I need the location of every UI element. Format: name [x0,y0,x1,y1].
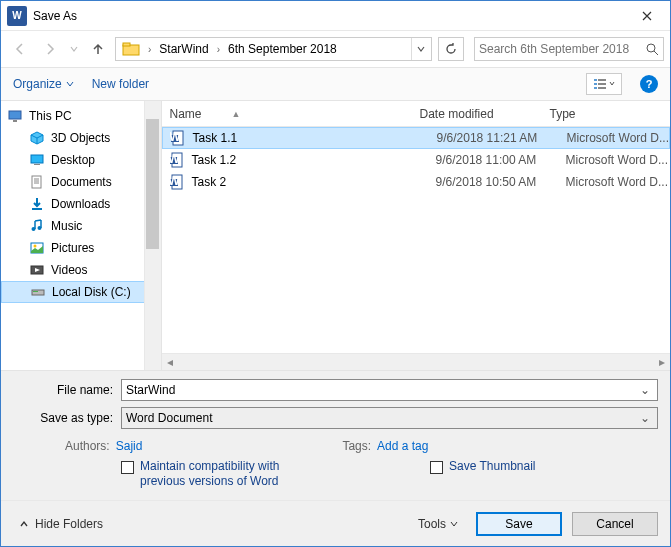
forward-button[interactable] [37,36,63,62]
checkbox-icon[interactable] [121,461,134,474]
filename-input-wrapper[interactable]: ⌄ [121,379,658,401]
tree-item-3d-objects[interactable]: 3D Objects [1,127,161,149]
tree-item-desktop[interactable]: Desktop [1,149,161,171]
save-type-combo[interactable]: Word Document ⌄ [121,407,658,429]
search-box[interactable] [474,37,664,61]
window-title: Save As [33,9,77,23]
breadcrumb-bar[interactable]: › StarWind › 6th September 2018 [115,37,432,61]
downloads-icon [29,196,45,212]
svg-point-16 [38,226,42,230]
tree-item-music[interactable]: Music [1,215,161,237]
folder-tree: This PC 3D Objects Desktop Documents Dow… [1,101,162,370]
search-input[interactable] [479,42,646,56]
breadcrumb-item[interactable]: StarWind [155,40,212,58]
filename-dropdown[interactable]: ⌄ [637,383,653,397]
file-type: Microsoft Word D... [566,153,670,167]
hide-folders-label: Hide Folders [35,517,103,531]
tree-label: This PC [29,109,72,123]
main-area: This PC 3D Objects Desktop Documents Dow… [1,101,670,370]
word-doc-icon: W [168,173,186,191]
cube-icon [29,130,45,146]
filename-input[interactable] [126,383,637,397]
tools-menu[interactable]: Tools [418,517,458,531]
help-button[interactable]: ? [640,75,658,93]
tree-item-documents[interactable]: Documents [1,171,161,193]
folder-icon [122,40,140,58]
scroll-left-button[interactable]: ◂ [162,354,179,371]
videos-icon [29,262,45,278]
file-row[interactable]: WTask 1.29/6/2018 11:00 AMMicrosoft Word… [162,149,670,171]
nav-row: › StarWind › 6th September 2018 [1,31,670,67]
svg-rect-4 [598,79,606,81]
file-row[interactable]: WTask 29/6/2018 10:50 AMMicrosoft Word D… [162,171,670,193]
dialog-footer: Hide Folders Tools Save Cancel [1,500,670,546]
horizontal-scrollbar[interactable]: ◂ ▸ [162,353,670,370]
file-date: 9/6/2018 11:00 AM [436,153,566,167]
tree-item-videos[interactable]: Videos [1,259,161,281]
documents-icon [29,174,45,190]
chevron-right-icon[interactable]: › [213,44,224,55]
back-button[interactable] [7,36,33,62]
column-type[interactable]: Type [550,107,670,121]
pc-icon [7,108,23,124]
chevron-right-icon[interactable]: › [144,44,155,55]
file-date: 9/6/2018 10:50 AM [436,175,566,189]
column-name[interactable]: Name▲ [170,107,420,121]
cancel-button[interactable]: Cancel [572,512,658,536]
svg-rect-10 [13,120,17,122]
tree-label: Documents [51,175,112,189]
tree-label: Videos [51,263,87,277]
search-icon[interactable] [646,43,659,56]
chevron-down-icon [66,81,74,87]
tree-label: Music [51,219,82,233]
tags-value[interactable]: Add a tag [377,439,428,453]
tools-label: Tools [418,517,446,531]
organize-menu[interactable]: Organize [13,77,74,91]
svg-rect-8 [598,87,606,89]
recent-locations-chevron[interactable] [67,36,81,62]
chevron-down-icon [450,521,458,527]
refresh-button[interactable] [438,37,464,61]
scroll-right-button[interactable]: ▸ [653,354,670,371]
file-row[interactable]: WTask 1.19/6/2018 11:21 AMMicrosoft Word… [162,127,670,149]
file-date: 9/6/2018 11:21 AM [437,131,567,145]
svg-rect-3 [594,79,597,81]
save-type-value: Word Document [126,411,637,425]
breadcrumb-dropdown[interactable] [411,38,429,60]
file-list: Name▲ Date modified Type WTask 1.19/6/20… [162,101,670,370]
svg-point-2 [647,44,655,52]
hide-folders-button[interactable]: Hide Folders [19,517,103,531]
pictures-icon [29,240,45,256]
thumbnail-checkbox[interactable]: Save Thumbnail [430,459,536,490]
compat-checkbox[interactable]: Maintain compatibility with previous ver… [121,459,290,490]
col-label: Name [170,107,202,121]
save-type-dropdown[interactable]: ⌄ [637,411,653,425]
toolbar: Organize New folder ? [1,67,670,101]
column-headers: Name▲ Date modified Type [162,101,670,127]
tree-label: Downloads [51,197,110,211]
title-bar: W Save As [1,1,670,31]
tree-item-local-disk-c[interactable]: Local Disk (C:) [1,281,161,303]
close-button[interactable] [624,1,670,31]
breadcrumb-item[interactable]: 6th September 2018 [224,40,341,58]
scrollbar-thumb[interactable] [146,119,159,249]
disk-icon [30,284,46,300]
column-date[interactable]: Date modified [420,107,550,121]
save-button[interactable]: Save [476,512,562,536]
tree-item-this-pc[interactable]: This PC [1,105,161,127]
new-folder-button[interactable]: New folder [92,77,149,91]
tree-item-downloads[interactable]: Downloads [1,193,161,215]
up-button[interactable] [85,36,111,62]
tree-label: Desktop [51,153,95,167]
svg-rect-13 [32,176,41,188]
chevron-up-icon [19,519,29,529]
authors-value[interactable]: Sajid [116,439,143,453]
tree-item-pictures[interactable]: Pictures [1,237,161,259]
file-name: Task 1.2 [192,153,436,167]
authors-label: Authors: [65,439,110,453]
checkbox-icon[interactable] [430,461,443,474]
view-options-button[interactable] [586,73,622,95]
sidebar-scrollbar[interactable] [144,101,161,370]
compat-label: Maintain compatibility with previous ver… [140,459,290,490]
svg-rect-11 [31,155,43,163]
